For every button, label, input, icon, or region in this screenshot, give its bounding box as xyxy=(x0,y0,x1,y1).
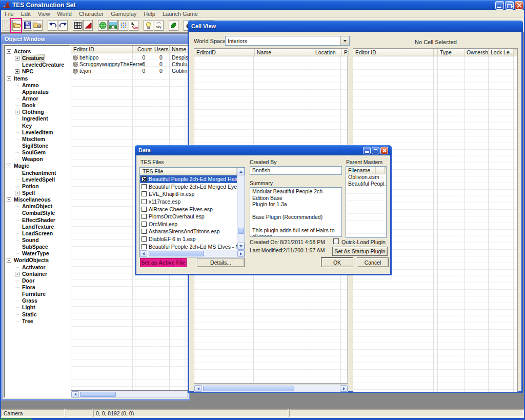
scroll-left-icon[interactable] xyxy=(140,250,147,257)
tree-item-book[interactable]: Book xyxy=(4,102,70,109)
tree-item-leveledcreature[interactable]: LeveledCreature xyxy=(4,62,70,68)
tree-item-leveledspell[interactable]: LeveledSpell xyxy=(4,176,70,183)
toggle-leaves-button[interactable] xyxy=(169,20,178,31)
tree-item-leveleditem[interactable]: LeveledItem xyxy=(4,129,70,136)
tree-item-creature[interactable]: Creature xyxy=(4,55,70,62)
plugin-checkbox[interactable] xyxy=(142,199,147,204)
plugin-checkbox[interactable] xyxy=(142,244,147,249)
tree-item-door[interactable]: Door xyxy=(4,277,70,284)
tree-item-worldobjects[interactable]: WorldObjects xyxy=(4,257,70,264)
tree-item-landtexture[interactable]: LandTexture xyxy=(4,224,70,230)
tree-item-activator[interactable]: Activator xyxy=(4,264,70,271)
tree-item-actors[interactable]: Actors xyxy=(4,48,70,55)
cells-column-editorid[interactable]: EditorID xyxy=(194,49,252,56)
object-window-titlebar[interactable]: Object Window xyxy=(1,34,190,44)
refs-column-lock-le-[interactable]: Lock Le... xyxy=(489,49,514,56)
close-button[interactable] xyxy=(515,1,523,10)
tree-item-magic[interactable]: Magic xyxy=(4,163,70,169)
tree-item-key[interactable]: Key xyxy=(4,123,70,129)
plugin-checkbox[interactable] xyxy=(142,184,147,189)
refs-column-ownership[interactable]: Ownership xyxy=(465,49,489,56)
tree-item-miscitem[interactable]: MiscItem xyxy=(4,136,70,143)
scroll-right-icon[interactable] xyxy=(340,385,348,392)
tree-item-effectshader[interactable]: EffectShader xyxy=(4,217,70,224)
tree-expander-icon[interactable] xyxy=(15,56,19,61)
redo-button[interactable] xyxy=(58,20,68,31)
pm-column-filename[interactable]: Filename xyxy=(346,167,376,174)
tree-item-weapon[interactable]: Weapon xyxy=(4,156,70,163)
dialog-close-button[interactable] xyxy=(380,147,388,154)
menu-launch-game[interactable]: Launch Game xyxy=(159,10,201,17)
set-active-file-button[interactable]: Set as Active File xyxy=(140,258,187,267)
tes-file-column-header[interactable]: TES File xyxy=(140,168,237,175)
quick-load-checkbox[interactable] xyxy=(333,238,339,244)
preferences-button[interactable] xyxy=(33,20,43,31)
restore-button[interactable] xyxy=(505,1,514,10)
tree-expander-icon[interactable] xyxy=(7,164,11,168)
dropdown-arrow-icon[interactable] xyxy=(340,36,349,45)
plugin-checkbox[interactable] xyxy=(142,222,147,227)
toggle-lights-button[interactable] xyxy=(144,20,153,31)
scrollbar-track[interactable] xyxy=(237,175,245,243)
refs-column-editor-id[interactable]: Editor ID xyxy=(353,49,434,56)
scroll-right-icon[interactable] xyxy=(237,250,245,257)
tree-item-loadscreen[interactable]: LoadScreen xyxy=(4,230,70,237)
tree-item-ingredient[interactable]: Ingredient xyxy=(4,115,70,122)
tree-item-grass[interactable]: Grass xyxy=(4,297,70,304)
scrollbar-thumb[interactable] xyxy=(80,392,116,397)
scrollbar-thumb[interactable] xyxy=(203,386,294,391)
plugin-checkbox[interactable] xyxy=(142,191,147,196)
tree-item-light[interactable]: Light xyxy=(4,304,70,311)
scrollbar-thumb[interactable] xyxy=(149,251,204,256)
toggle-sky-button[interactable]: sky xyxy=(154,20,164,31)
column-header-count[interactable]: Count xyxy=(135,46,152,53)
world-testing-button[interactable] xyxy=(98,20,108,31)
tree-item-enchantment[interactable]: Enchantment xyxy=(4,170,70,176)
object-list-row[interactable]: tejon00Goblin T xyxy=(71,68,188,74)
menu-world[interactable]: World xyxy=(53,10,75,17)
parent-master-row[interactable]: Beautiful Peopl... xyxy=(346,181,386,187)
column-header-editor-id[interactable]: Editor ID xyxy=(71,46,133,53)
cells-column-name[interactable]: Name xyxy=(255,49,313,56)
tree-item-apparatus[interactable]: Apparatus xyxy=(4,89,70,95)
summary-field[interactable]: Modular Beautiful People 2ch-Edition Bas… xyxy=(250,187,342,237)
undo-button[interactable] xyxy=(48,20,57,31)
world-space-dropdown[interactable]: Interiors xyxy=(225,36,350,46)
plugin-file-row[interactable]: Beautiful People 2ch-Ed MS Elves - NoSc.… xyxy=(140,243,237,250)
snap-to-grid-button[interactable] xyxy=(73,20,83,31)
object-list-row[interactable]: ScruggsywuggsyTheFerret00Cthulu-lik xyxy=(71,61,188,68)
plugin-checkbox[interactable] xyxy=(142,176,147,182)
tree-item-furniture[interactable]: Furniture xyxy=(4,291,70,297)
plugin-file-row[interactable]: Beautiful People 2ch-Ed Merged Hair Modu… xyxy=(140,175,237,183)
scrollbar-thumb[interactable] xyxy=(238,228,244,234)
tree-expander-icon[interactable] xyxy=(15,110,19,114)
tree-item-items[interactable]: Items xyxy=(4,75,70,82)
plugin-checkbox[interactable] xyxy=(142,229,147,234)
files-hscrollbar[interactable] xyxy=(140,250,245,257)
tree-item-potion[interactable]: Potion xyxy=(4,183,70,190)
cells-column-p-[interactable]: P.. xyxy=(342,49,349,56)
column-header-users[interactable]: Users xyxy=(152,46,170,53)
object-list-row[interactable]: behippo00Despises xyxy=(71,54,188,61)
refs-column-type[interactable]: Type xyxy=(438,49,465,56)
menu-help[interactable]: Help xyxy=(140,10,159,17)
plugin-file-row[interactable]: Beautiful People 2ch-Ed Merged Eye Modul… xyxy=(140,183,237,191)
plugin-checkbox[interactable] xyxy=(142,207,147,212)
tree-item-watertype[interactable]: WaterType xyxy=(4,250,70,257)
cell-view-titlebar[interactable]: Cell View xyxy=(188,21,523,32)
object-list-hscrollbar[interactable] xyxy=(71,391,188,398)
dialog-maximize-button[interactable] xyxy=(372,147,379,154)
cells-column-location[interactable]: Location xyxy=(313,49,342,56)
menu-edit[interactable]: Edit xyxy=(17,10,34,17)
menu-gameplay[interactable]: Gameplay xyxy=(107,10,140,17)
plugin-file-row[interactable]: EVE_KhajiitFix.esp xyxy=(140,190,237,198)
dialog-minimize-button[interactable] xyxy=(363,147,371,154)
tree-item-animobject[interactable]: AnimObject xyxy=(4,203,70,210)
details-button[interactable]: Details... xyxy=(197,258,245,267)
tree-item-npc[interactable]: NPC xyxy=(4,68,70,75)
set-startup-plugin-button[interactable]: Set As Startup Plugin xyxy=(332,247,388,256)
tree-expander-icon[interactable] xyxy=(15,69,19,74)
tree-expander-icon[interactable] xyxy=(15,191,19,195)
tree-expander-icon[interactable] xyxy=(7,197,11,202)
tree-item-armor[interactable]: Armor xyxy=(4,95,70,102)
